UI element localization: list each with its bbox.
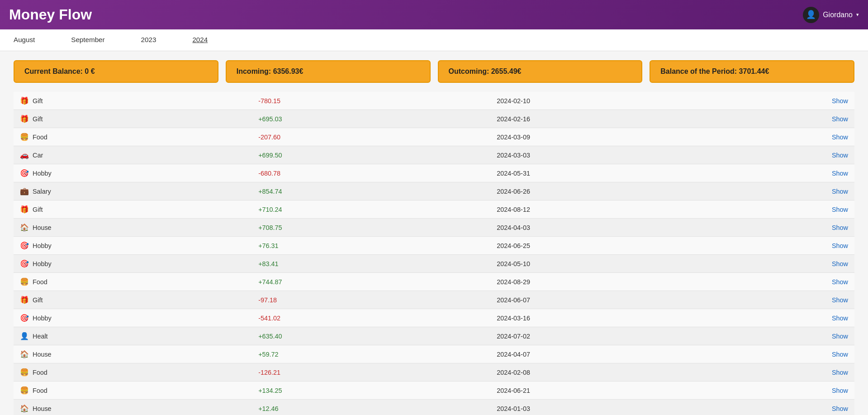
date-cell: 2024-04-03 xyxy=(490,219,729,236)
table-row: 🎁 Gift -780.15 2024-02-10 Show xyxy=(14,92,854,110)
category-cell: 🎯 Hobby xyxy=(14,255,252,272)
category-cell: 🏠 House xyxy=(14,400,252,415)
action-cell[interactable]: Show xyxy=(729,346,854,363)
date-cell: 2024-05-31 xyxy=(490,165,729,181)
action-cell[interactable]: Show xyxy=(729,292,854,308)
show-link[interactable]: Show xyxy=(832,278,848,286)
date-cell: 2024-06-25 xyxy=(490,238,729,254)
category-icon: 👤 xyxy=(20,332,29,340)
category-cell: 🎯 Hobby xyxy=(14,309,252,327)
category-icon: 🍔 xyxy=(20,277,29,286)
category-cell: 🎁 Gift xyxy=(14,200,252,218)
action-cell[interactable]: Show xyxy=(729,129,854,145)
table-row: 🏠 House +59.72 2024-04-07 Show xyxy=(14,345,854,363)
amount-cell: +708.75 xyxy=(252,219,490,236)
category-icon: 🏠 xyxy=(20,223,29,232)
tab-august[interactable]: August xyxy=(14,36,35,44)
amount-cell: -126.21 xyxy=(252,364,490,381)
table-row: 🎯 Hobby -541.02 2024-03-16 Show xyxy=(14,309,854,327)
tab-2024[interactable]: 2024 xyxy=(192,36,208,44)
show-link[interactable]: Show xyxy=(832,260,848,267)
action-cell[interactable]: Show xyxy=(729,274,854,290)
category-cell: 🎯 Hobby xyxy=(14,237,252,254)
action-cell[interactable]: Show xyxy=(729,147,854,163)
show-link[interactable]: Show xyxy=(832,315,848,322)
action-cell[interactable]: Show xyxy=(729,201,854,218)
category-icon: 💼 xyxy=(20,187,29,196)
category-icon: 🍔 xyxy=(20,368,29,377)
amount-cell: -541.02 xyxy=(252,310,490,326)
category-cell: 🚗 Car xyxy=(14,146,252,164)
amount-cell: -780.15 xyxy=(252,93,490,109)
tab-september[interactable]: September xyxy=(71,36,104,44)
table-row: 🍔 Food +134.25 2024-06-21 Show xyxy=(14,382,854,400)
action-cell[interactable]: Show xyxy=(729,364,854,381)
show-link[interactable]: Show xyxy=(832,296,848,304)
amount-cell: +699.50 xyxy=(252,147,490,163)
show-link[interactable]: Show xyxy=(832,152,848,159)
action-cell[interactable]: Show xyxy=(729,183,854,200)
action-cell[interactable]: Show xyxy=(729,310,854,326)
action-cell[interactable]: Show xyxy=(729,165,854,181)
amount-cell: +695.03 xyxy=(252,111,490,127)
amount-cell: +83.41 xyxy=(252,256,490,272)
category-cell: 🎁 Gift xyxy=(14,291,252,309)
show-link[interactable]: Show xyxy=(832,134,848,141)
action-cell[interactable]: Show xyxy=(729,401,854,415)
show-link[interactable]: Show xyxy=(832,369,848,376)
date-cell: 2024-08-12 xyxy=(490,201,729,218)
app-title: Money Flow xyxy=(9,6,92,23)
card-current-balance: Current Balance: 0 € xyxy=(14,60,218,83)
table-row: 🎁 Gift +710.24 2024-08-12 Show xyxy=(14,200,854,219)
amount-cell: +134.25 xyxy=(252,382,490,399)
amount-cell: +12.46 xyxy=(252,401,490,415)
show-link[interactable]: Show xyxy=(832,351,848,358)
category-cell: 🍔 Food xyxy=(14,128,252,146)
category-label: Hobby xyxy=(33,260,52,267)
category-label: House xyxy=(33,224,52,231)
category-label: House xyxy=(33,351,52,358)
category-icon: 🎯 xyxy=(20,241,29,250)
action-cell[interactable]: Show xyxy=(729,93,854,109)
category-cell: 🎁 Gift xyxy=(14,92,252,110)
category-cell: 🍔 Food xyxy=(14,363,252,381)
card-outcoming: Outcoming: 2655.49€ xyxy=(438,60,643,83)
nav-tabs: August September 2023 2024 xyxy=(0,29,868,51)
show-link[interactable]: Show xyxy=(832,387,848,394)
action-cell[interactable]: Show xyxy=(729,382,854,399)
date-cell: 2024-04-07 xyxy=(490,346,729,363)
category-cell: 🍔 Food xyxy=(14,382,252,399)
show-link[interactable]: Show xyxy=(832,115,848,123)
amount-cell: +710.24 xyxy=(252,201,490,218)
show-link[interactable]: Show xyxy=(832,224,848,231)
amount-cell: -680.78 xyxy=(252,165,490,181)
category-label: Gift xyxy=(33,206,43,213)
amount-cell: +635.40 xyxy=(252,328,490,344)
table-row: 🎯 Hobby -680.78 2024-05-31 Show xyxy=(14,164,854,182)
date-cell: 2024-02-10 xyxy=(490,93,729,109)
show-link[interactable]: Show xyxy=(832,97,848,105)
action-cell[interactable]: Show xyxy=(729,238,854,254)
show-link[interactable]: Show xyxy=(832,170,848,177)
action-cell[interactable]: Show xyxy=(729,256,854,272)
show-link[interactable]: Show xyxy=(832,333,848,340)
show-link[interactable]: Show xyxy=(832,188,848,195)
tab-2023[interactable]: 2023 xyxy=(141,36,157,44)
show-link[interactable]: Show xyxy=(832,206,848,213)
category-icon: 🏠 xyxy=(20,404,29,413)
table-row: 🎯 Hobby +83.41 2024-05-10 Show xyxy=(14,255,854,273)
show-link[interactable]: Show xyxy=(832,242,848,249)
date-cell: 2024-07-02 xyxy=(490,328,729,344)
action-cell[interactable]: Show xyxy=(729,219,854,236)
category-label: Hobby xyxy=(33,170,52,177)
action-cell[interactable]: Show xyxy=(729,328,854,344)
action-cell[interactable]: Show xyxy=(729,111,854,127)
chevron-down-icon: ▾ xyxy=(856,12,859,18)
user-menu[interactable]: 👤 Giordano ▾ xyxy=(803,7,859,23)
table-row: 👤 Healt +635.40 2024-07-02 Show xyxy=(14,327,854,345)
category-cell: 🍔 Food xyxy=(14,273,252,291)
category-label: Salary xyxy=(33,188,51,195)
show-link[interactable]: Show xyxy=(832,405,848,412)
avatar: 👤 xyxy=(803,7,819,23)
summary-row: Current Balance: 0 € Incoming: 6356.93€ … xyxy=(0,51,868,92)
